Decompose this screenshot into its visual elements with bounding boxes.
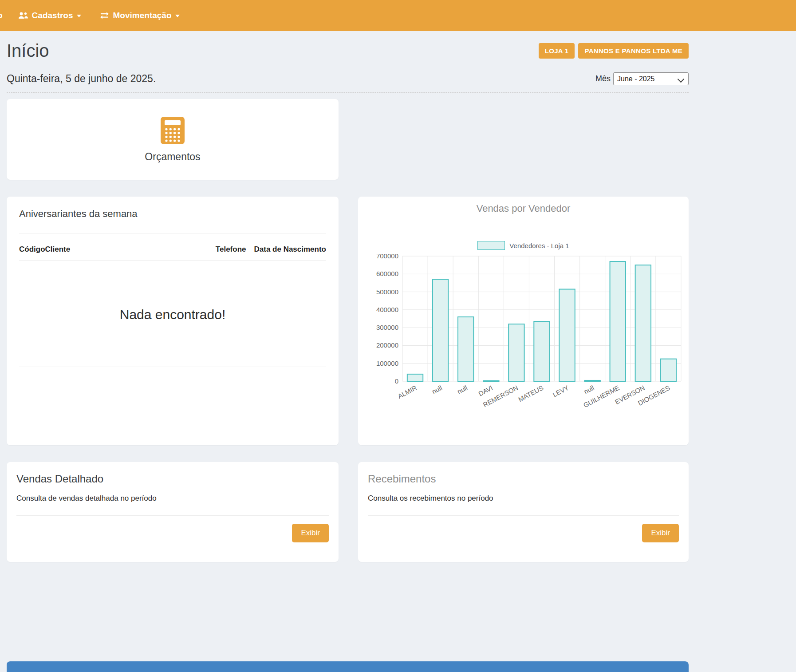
svg-text:null: null <box>430 384 443 395</box>
divider <box>19 367 326 367</box>
divider <box>19 233 326 233</box>
column-codigo: Código <box>19 245 45 254</box>
month-select[interactable]: June - 2025 <box>613 72 689 85</box>
orcamentos-label: Orçamentos <box>145 151 200 163</box>
svg-text:500000: 500000 <box>376 288 398 296</box>
chart-title: Vendas por Vendedor <box>363 203 684 214</box>
vendas-detalhado-card: Vendas Detalhado Consulta de vendas deta… <box>7 462 339 562</box>
svg-text:DAVI: DAVI <box>477 384 494 398</box>
nav-item-inicio-partial[interactable]: o <box>0 11 3 20</box>
store-button[interactable]: LOJA 1 <box>539 43 575 59</box>
recebimentos-exibir-button[interactable]: Exibir <box>642 524 679 542</box>
page-content: Início LOJA 1 PANNOS E PANNOS LTDA ME Qu… <box>7 41 689 672</box>
nav-item-cadastros[interactable]: Cadastros <box>18 11 81 20</box>
header-buttons: LOJA 1 PANNOS E PANNOS LTDA ME <box>539 43 689 59</box>
svg-text:0: 0 <box>395 377 398 385</box>
empty-state-message: Nada encontrado! <box>19 307 326 322</box>
divider <box>19 260 326 261</box>
nav-item-movimentacao-label: Movimentação <box>113 11 172 20</box>
divider <box>16 515 329 516</box>
svg-text:700000: 700000 <box>376 253 398 260</box>
vendas-exibir-button[interactable]: Exibir <box>292 524 329 542</box>
company-button[interactable]: PANNOS E PANNOS LTDA ME <box>578 43 689 59</box>
svg-text:600000: 600000 <box>376 270 398 277</box>
birthdays-table-header: Código Cliente Telefone Data de Nascimen… <box>19 245 326 254</box>
nav-item-cadastros-label: Cadastros <box>32 11 73 20</box>
svg-text:LEVY: LEVY <box>552 384 570 399</box>
legend-label: Vendedores - Loja 1 <box>509 242 569 249</box>
svg-text:null: null <box>456 384 469 395</box>
recebimentos-subtitle: Consulta os recebimentos no período <box>368 494 679 503</box>
vendas-detalhado-subtitle: Consulta de vendas detalhada no período <box>16 494 329 503</box>
recebimentos-title: Recebimentos <box>368 473 679 485</box>
svg-text:ALMIR: ALMIR <box>396 384 418 400</box>
nav-item-movimentacao[interactable]: Movimentação <box>100 11 180 20</box>
vendas-detalhado-title: Vendas Detalhado <box>16 473 329 485</box>
legend-swatch <box>477 241 505 250</box>
svg-text:MATEUS: MATEUS <box>517 384 544 403</box>
column-telefone: Telefone <box>216 245 246 254</box>
current-date: Quinta-feira, 5 de junho de 2025. <box>7 73 156 85</box>
birthdays-title: Aniversariantes da semana <box>19 208 326 220</box>
navbar: o Cadastros Movimentação <box>0 0 796 31</box>
header-row: Início LOJA 1 PANNOS E PANNOS LTDA ME <box>7 41 689 61</box>
orcamentos-shortcut-card[interactable]: Orçamentos <box>7 99 339 180</box>
date-row: Quinta-feira, 5 de junho de 2025. Mês Ju… <box>7 72 689 85</box>
exchange-icon <box>100 12 110 19</box>
column-cliente: Cliente <box>45 245 216 254</box>
recebimentos-card: Recebimentos Consulta os recebimentos no… <box>358 462 689 562</box>
svg-text:400000: 400000 <box>376 306 398 313</box>
svg-text:null: null <box>583 384 595 395</box>
footer-panel-peek <box>7 661 689 672</box>
chart-legend[interactable]: Vendedores - Loja 1 <box>363 241 684 250</box>
sales-chart: 0100000200000300000400000500000600000700… <box>363 253 684 418</box>
svg-text:200000: 200000 <box>376 341 398 349</box>
month-label: Mês <box>595 74 611 83</box>
divider <box>368 515 679 516</box>
svg-text:300000: 300000 <box>376 324 398 331</box>
section-divider <box>7 92 689 93</box>
nav-item-partial-label: o <box>0 11 3 20</box>
column-data-nascimento: Data de Nascimento <box>254 245 327 254</box>
users-icon <box>18 12 28 20</box>
month-filter: Mês June - 2025 <box>595 72 689 85</box>
caret-down-icon <box>77 15 81 17</box>
page-title: Início <box>7 41 49 61</box>
caret-down-icon <box>175 15 180 17</box>
svg-text:100000: 100000 <box>376 360 398 367</box>
calculator-icon <box>160 116 185 146</box>
birthdays-card: Aniversariantes da semana Código Cliente… <box>7 197 339 445</box>
sales-by-seller-card: Vendas por Vendedor Vendedores - Loja 1 … <box>358 197 689 445</box>
